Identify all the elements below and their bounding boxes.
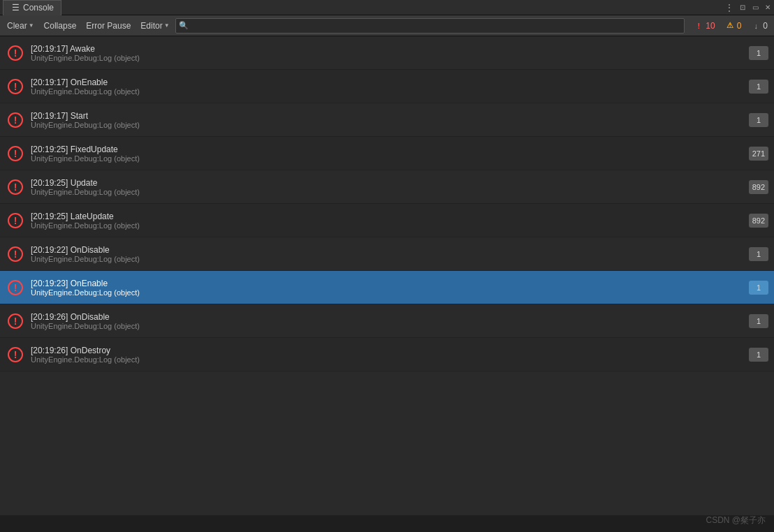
log-title: [20:19:26] OnDisable <box>31 312 743 322</box>
log-sub: UnityEngine.Debug:Log (object) <box>31 255 743 263</box>
log-content: [20:19:23] OnEnable UnityEngine.Debug:Lo… <box>25 279 743 297</box>
error-pause-button[interactable]: Error Pause <box>82 17 135 34</box>
log-icon-wrap: ! <box>6 347 25 362</box>
log-content: [20:19:17] OnEnable UnityEngine.Debug:Lo… <box>25 77 743 96</box>
log-title: [20:19:25] Update <box>31 178 743 188</box>
log-content: [20:19:22] OnDisable UnityEngine.Debug:L… <box>25 245 743 263</box>
console-tab-label: Console <box>23 3 54 13</box>
tab-more-button[interactable]: ⋮ <box>725 3 733 13</box>
warn-counter[interactable]: ⚠ 0 <box>722 20 745 31</box>
log-row[interactable]: ! [20:19:26] OnDestroy UnityEngine.Debug… <box>0 338 774 371</box>
status-counters: ! 10 ⚠ 0 ↓ 0 <box>690 20 771 31</box>
error-pause-label: Error Pause <box>86 21 131 31</box>
info-counter[interactable]: ↓ 0 <box>747 20 771 31</box>
log-content: [20:19:25] LateUpdate UnityEngine.Debug:… <box>25 212 743 230</box>
log-row[interactable]: ! [20:19:25] Update UnityEngine.Debug:Lo… <box>0 170 774 204</box>
log-count: 1 <box>749 348 768 362</box>
log-row[interactable]: ! [20:19:26] OnDisable UnityEngine.Debug… <box>0 304 774 338</box>
log-row[interactable]: ! [20:19:17] Awake UnityEngine.Debug:Log… <box>0 36 774 70</box>
log-list: ! [20:19:17] Awake UnityEngine.Debug:Log… <box>0 36 774 515</box>
log-row[interactable]: ! [20:19:23] OnEnable UnityEngine.Debug:… <box>0 271 774 304</box>
console-tab-icon: ☰ <box>10 3 20 13</box>
log-title: [20:19:17] OnEnable <box>31 77 743 87</box>
log-title: [20:19:25] FixedUpdate <box>31 145 743 154</box>
error-circle-icon: ! <box>8 347 23 362</box>
window-close-button[interactable]: ✕ <box>761 1 774 14</box>
log-sub: UnityEngine.Debug:Log (object) <box>31 322 743 330</box>
log-title: [20:19:23] OnEnable <box>31 279 743 288</box>
log-sub: UnityEngine.Debug:Log (object) <box>31 288 743 297</box>
error-circle-icon: ! <box>8 313 23 329</box>
log-icon-wrap: ! <box>6 280 25 295</box>
error-circle-icon: ! <box>8 213 23 228</box>
info-count: 0 <box>763 21 768 31</box>
log-icon-wrap: ! <box>6 146 25 161</box>
tab-bar: ☰ Console ⋮ ⊡ ▭ ✕ <box>0 0 774 15</box>
log-sub: UnityEngine.Debug:Log (object) <box>31 355 743 364</box>
watermark: CSDN @粲子亦 <box>706 515 766 526</box>
log-row[interactable]: ! [20:19:17] OnEnable UnityEngine.Debug:… <box>0 70 774 103</box>
log-content: [20:19:25] Update UnityEngine.Debug:Log … <box>25 178 743 196</box>
console-tab[interactable]: ☰ Console <box>3 0 61 15</box>
log-content: [20:19:26] OnDisable UnityEngine.Debug:L… <box>25 312 743 330</box>
log-title: [20:19:17] Start <box>31 111 743 121</box>
log-sub: UnityEngine.Debug:Log (object) <box>31 154 743 163</box>
clear-label: Clear <box>7 21 27 31</box>
error-icon: ! <box>694 21 703 31</box>
error-count: 10 <box>706 21 715 31</box>
log-title: [20:19:26] OnDestroy <box>31 346 743 355</box>
error-counter[interactable]: ! 10 <box>690 20 718 31</box>
log-count: 271 <box>749 147 768 161</box>
log-row[interactable]: ! [20:19:22] OnDisable UnityEngine.Debug… <box>0 237 774 271</box>
error-circle-icon: ! <box>8 79 23 94</box>
log-icon-wrap: ! <box>6 213 25 228</box>
window-controls: ⊡ ▭ ✕ <box>736 1 774 14</box>
log-sub: UnityEngine.Debug:Log (object) <box>31 87 743 96</box>
log-icon-wrap: ! <box>6 45 25 61</box>
log-row[interactable]: ! [20:19:25] LateUpdate UnityEngine.Debu… <box>0 204 774 237</box>
clear-button[interactable]: Clear ▼ <box>3 17 38 34</box>
search-container: 🔍 <box>175 18 685 34</box>
log-icon-wrap: ! <box>6 112 25 128</box>
editor-dropdown-icon: ▼ <box>164 22 170 29</box>
log-count: 1 <box>749 281 768 295</box>
log-sub: UnityEngine.Debug:Log (object) <box>31 188 743 196</box>
log-row[interactable]: ! [20:19:25] FixedUpdate UnityEngine.Deb… <box>0 137 774 170</box>
info-icon: ↓ <box>751 21 761 31</box>
warn-icon: ⚠ <box>725 21 735 31</box>
log-content: [20:19:17] Awake UnityEngine.Debug:Log (… <box>25 44 743 62</box>
log-count: 1 <box>749 113 768 127</box>
log-sub: UnityEngine.Debug:Log (object) <box>31 221 743 230</box>
log-count: 1 <box>749 247 768 261</box>
error-circle-icon: ! <box>8 179 23 195</box>
log-title: [20:19:22] OnDisable <box>31 245 743 255</box>
log-sub: UnityEngine.Debug:Log (object) <box>31 121 743 129</box>
error-circle-icon: ! <box>8 146 23 161</box>
collapse-button[interactable]: Collapse <box>40 17 81 34</box>
toolbar: Clear ▼ Collapse Error Pause Editor ▼ 🔍 … <box>0 15 774 36</box>
error-circle-icon: ! <box>8 112 23 128</box>
log-count: 1 <box>749 314 768 328</box>
error-circle-icon: ! <box>8 45 23 61</box>
search-input[interactable] <box>175 18 685 34</box>
collapse-label: Collapse <box>44 21 77 31</box>
log-icon-wrap: ! <box>6 246 25 262</box>
clear-dropdown-icon: ▼ <box>29 22 34 29</box>
log-content: [20:19:26] OnDestroy UnityEngine.Debug:L… <box>25 346 743 364</box>
window-restore-button[interactable]: ⊡ <box>736 1 749 14</box>
log-count: 1 <box>749 80 768 94</box>
log-row[interactable]: ! [20:19:17] Start UnityEngine.Debug:Log… <box>0 103 774 137</box>
log-title: [20:19:25] LateUpdate <box>31 212 743 221</box>
log-count: 1 <box>749 46 768 60</box>
warn-count: 0 <box>737 21 742 31</box>
log-content: [20:19:17] Start UnityEngine.Debug:Log (… <box>25 111 743 129</box>
editor-button[interactable]: Editor ▼ <box>136 17 173 34</box>
log-content: [20:19:25] FixedUpdate UnityEngine.Debug… <box>25 145 743 163</box>
editor-label: Editor <box>140 21 162 31</box>
log-count: 892 <box>749 180 768 194</box>
window-maximize-button[interactable]: ▭ <box>749 1 761 14</box>
log-icon-wrap: ! <box>6 313 25 329</box>
log-count: 892 <box>749 214 768 228</box>
error-circle-icon: ! <box>8 280 23 295</box>
more-dots-icon: ⋮ <box>725 3 733 13</box>
